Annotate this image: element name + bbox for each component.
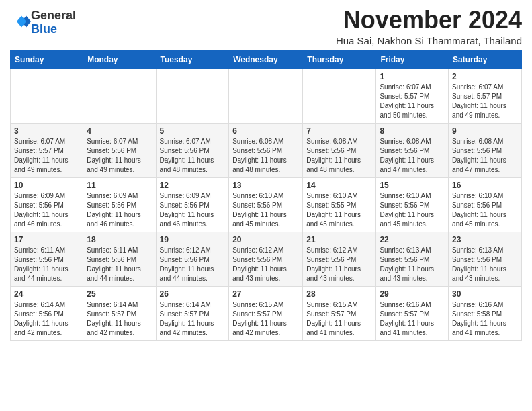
week-row-4: 17Sunrise: 6:11 AM Sunset: 5:56 PM Dayli… [11,232,522,286]
calendar-cell: 7Sunrise: 6:08 AM Sunset: 5:56 PM Daylig… [303,123,376,177]
day-info: Sunrise: 6:07 AM Sunset: 5:57 PM Dayligh… [14,137,79,175]
day-number: 25 [87,289,152,299]
day-number: 21 [306,235,372,244]
day-number: 14 [306,181,372,190]
logo-blue-text: Blue [31,22,57,36]
calendar-table: SundayMondayTuesdayWednesdayThursdayFrid… [10,50,522,341]
day-number: 7 [306,126,372,136]
day-info: Sunrise: 6:16 AM Sunset: 5:57 PM Dayligh… [380,300,445,338]
logo: General Blue [10,9,76,36]
calendar-cell [156,68,229,123]
calendar-cell: 8Sunrise: 6:08 AM Sunset: 5:56 PM Daylig… [376,123,449,177]
calendar-cell: 17Sunrise: 6:11 AM Sunset: 5:56 PM Dayli… [11,232,83,286]
day-number: 20 [232,235,299,244]
day-info: Sunrise: 6:12 AM Sunset: 5:56 PM Dayligh… [160,246,226,283]
calendar-cell: 28Sunrise: 6:15 AM Sunset: 5:57 PM Dayli… [303,286,376,340]
week-row-2: 3Sunrise: 6:07 AM Sunset: 5:57 PM Daylig… [11,123,522,177]
calendar-header-row: SundayMondayTuesdayWednesdayThursdayFrid… [11,50,522,68]
day-header-monday: Monday [83,50,156,68]
calendar-cell [83,68,156,123]
calendar-cell: 21Sunrise: 6:12 AM Sunset: 5:56 PM Dayli… [303,232,376,286]
day-info: Sunrise: 6:13 AM Sunset: 5:56 PM Dayligh… [380,246,445,283]
day-number: 28 [306,289,372,299]
day-number: 6 [232,126,299,136]
calendar-cell: 11Sunrise: 6:09 AM Sunset: 5:56 PM Dayli… [83,177,156,232]
week-row-5: 24Sunrise: 6:14 AM Sunset: 5:56 PM Dayli… [11,286,522,340]
day-number: 8 [380,126,445,136]
calendar-cell: 6Sunrise: 6:08 AM Sunset: 5:56 PM Daylig… [229,123,303,177]
logo-icon [12,12,31,31]
calendar-cell: 24Sunrise: 6:14 AM Sunset: 5:56 PM Dayli… [11,286,83,340]
day-number: 5 [160,126,226,136]
calendar-cell: 18Sunrise: 6:11 AM Sunset: 5:56 PM Dayli… [83,232,156,286]
day-number: 23 [452,235,518,244]
calendar-cell: 29Sunrise: 6:16 AM Sunset: 5:57 PM Dayli… [376,286,449,340]
logo-text: General Blue [31,9,76,36]
day-info: Sunrise: 6:10 AM Sunset: 5:56 PM Dayligh… [232,191,299,229]
logo-general-text: General [31,9,76,22]
day-info: Sunrise: 6:09 AM Sunset: 5:56 PM Dayligh… [87,191,152,229]
day-header-saturday: Saturday [449,50,522,68]
calendar-cell: 26Sunrise: 6:14 AM Sunset: 5:57 PM Dayli… [156,286,229,340]
calendar-cell [11,68,83,123]
day-number: 9 [452,126,518,136]
day-number: 1 [380,72,445,81]
day-header-tuesday: Tuesday [156,50,229,68]
week-row-1: 1Sunrise: 6:07 AM Sunset: 5:57 PM Daylig… [11,68,522,123]
calendar-cell: 15Sunrise: 6:10 AM Sunset: 5:56 PM Dayli… [376,177,449,232]
day-info: Sunrise: 6:10 AM Sunset: 5:56 PM Dayligh… [380,191,445,229]
day-info: Sunrise: 6:08 AM Sunset: 5:56 PM Dayligh… [380,137,445,175]
calendar-cell: 16Sunrise: 6:10 AM Sunset: 5:56 PM Dayli… [449,177,522,232]
calendar-cell: 4Sunrise: 6:07 AM Sunset: 5:56 PM Daylig… [83,123,156,177]
day-info: Sunrise: 6:10 AM Sunset: 5:56 PM Dayligh… [452,191,518,229]
day-number: 11 [87,181,152,190]
day-number: 19 [160,235,226,244]
day-header-friday: Friday [376,50,449,68]
day-number: 22 [380,235,445,244]
day-info: Sunrise: 6:14 AM Sunset: 5:57 PM Dayligh… [87,300,152,338]
month-title: November 2024 [336,7,522,34]
day-header-sunday: Sunday [11,50,83,68]
day-header-wednesday: Wednesday [229,50,303,68]
calendar-cell: 3Sunrise: 6:07 AM Sunset: 5:57 PM Daylig… [11,123,83,177]
day-info: Sunrise: 6:15 AM Sunset: 5:57 PM Dayligh… [232,300,299,338]
day-info: Sunrise: 6:13 AM Sunset: 5:56 PM Dayligh… [452,246,518,283]
day-info: Sunrise: 6:08 AM Sunset: 5:56 PM Dayligh… [232,137,299,175]
calendar-cell: 12Sunrise: 6:09 AM Sunset: 5:56 PM Dayli… [156,177,229,232]
calendar-body: 1Sunrise: 6:07 AM Sunset: 5:57 PM Daylig… [11,68,522,340]
day-info: Sunrise: 6:08 AM Sunset: 5:56 PM Dayligh… [452,137,518,175]
day-info: Sunrise: 6:10 AM Sunset: 5:55 PM Dayligh… [306,191,372,229]
day-number: 2 [452,72,518,81]
week-row-3: 10Sunrise: 6:09 AM Sunset: 5:56 PM Dayli… [11,177,522,232]
calendar-cell: 19Sunrise: 6:12 AM Sunset: 5:56 PM Dayli… [156,232,229,286]
day-number: 13 [232,181,299,190]
day-number: 4 [87,126,152,136]
day-info: Sunrise: 6:07 AM Sunset: 5:57 PM Dayligh… [452,83,518,120]
day-number: 29 [380,289,445,299]
location-title: Hua Sai, Nakhon Si Thammarat, Thailand [336,35,522,46]
calendar-cell [229,68,303,123]
day-number: 26 [160,289,226,299]
day-header-thursday: Thursday [303,50,376,68]
calendar-cell: 20Sunrise: 6:12 AM Sunset: 5:56 PM Dayli… [229,232,303,286]
day-info: Sunrise: 6:15 AM Sunset: 5:57 PM Dayligh… [306,300,372,338]
day-number: 12 [160,181,226,190]
calendar-cell: 22Sunrise: 6:13 AM Sunset: 5:56 PM Dayli… [376,232,449,286]
title-section: November 2024 Hua Sai, Nakhon Si Thammar… [336,7,522,46]
day-info: Sunrise: 6:14 AM Sunset: 5:56 PM Dayligh… [14,300,79,338]
day-info: Sunrise: 6:08 AM Sunset: 5:56 PM Dayligh… [306,137,372,175]
calendar-cell: 23Sunrise: 6:13 AM Sunset: 5:56 PM Dayli… [449,232,522,286]
calendar-cell: 27Sunrise: 6:15 AM Sunset: 5:57 PM Dayli… [229,286,303,340]
calendar-cell: 30Sunrise: 6:16 AM Sunset: 5:58 PM Dayli… [449,286,522,340]
day-number: 27 [232,289,299,299]
day-number: 17 [14,235,79,244]
day-info: Sunrise: 6:07 AM Sunset: 5:56 PM Dayligh… [160,137,226,175]
day-info: Sunrise: 6:16 AM Sunset: 5:58 PM Dayligh… [452,300,518,338]
day-info: Sunrise: 6:12 AM Sunset: 5:56 PM Dayligh… [232,246,299,283]
day-info: Sunrise: 6:09 AM Sunset: 5:56 PM Dayligh… [14,191,79,229]
calendar-cell: 25Sunrise: 6:14 AM Sunset: 5:57 PM Dayli… [83,286,156,340]
day-number: 30 [452,289,518,299]
day-number: 3 [14,126,79,136]
day-number: 10 [14,181,79,190]
calendar-cell: 5Sunrise: 6:07 AM Sunset: 5:56 PM Daylig… [156,123,229,177]
